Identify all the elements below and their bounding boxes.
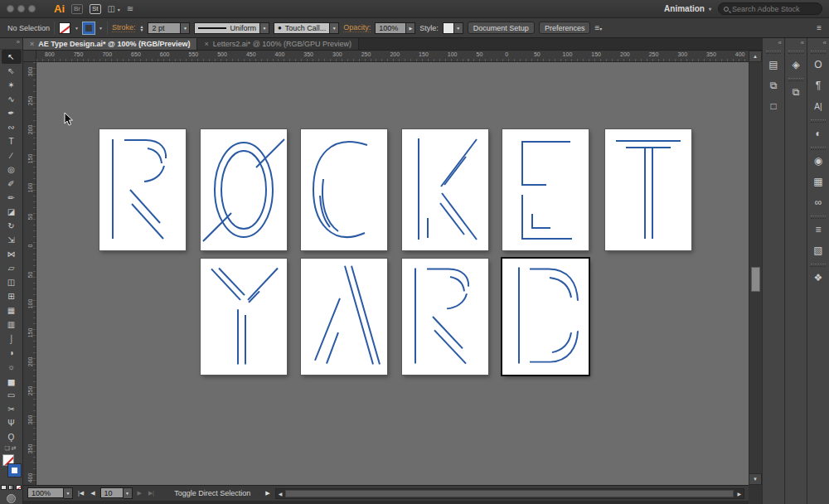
shape-builder-tool[interactable]: ◫ — [2, 275, 22, 289]
selection-options-icon[interactable]: ≡▾ — [594, 23, 602, 32]
panel-gripper[interactable] — [811, 216, 826, 219]
artboard-number-field[interactable]: 10 — [100, 487, 124, 498]
stroke-panel-icon[interactable]: ≡ — [809, 220, 827, 239]
panel-gripper[interactable] — [811, 119, 826, 123]
shape-tool[interactable]: ◎ — [2, 162, 22, 177]
opacity-dropdown[interactable]: ▶ — [406, 22, 415, 34]
chevron-down-icon[interactable]: ▼ — [99, 26, 103, 31]
artboard-tool[interactable]: ▭ — [2, 388, 22, 402]
first-artboard-button[interactable]: |◀ — [76, 490, 85, 497]
artboard-letter-t[interactable] — [605, 129, 691, 250]
free-transform-tool[interactable]: ▱ — [2, 261, 22, 275]
eyedropper-tool[interactable]: ⌡ — [2, 332, 22, 346]
chevron-down-icon[interactable]: ▼ — [75, 26, 79, 31]
column-graph-tool[interactable]: ▅ — [2, 374, 22, 388]
perspective-grid-tool[interactable]: ⊞ — [2, 289, 22, 303]
transform-panel-icon[interactable]: □ — [764, 97, 783, 115]
next-artboard-button[interactable]: ▶ — [136, 490, 143, 497]
gradient-panel-icon[interactable]: ▧ — [809, 241, 827, 259]
transparency-panel-icon[interactable]: ◐ — [809, 124, 827, 143]
artboard-letter-y[interactable] — [201, 259, 287, 375]
artboard-letter-a[interactable] — [301, 259, 387, 375]
style-swatch[interactable] — [443, 22, 454, 34]
gradient-button[interactable] — [8, 485, 14, 490]
status-menu-icon[interactable]: ▶ — [265, 490, 269, 497]
brush-definition-dropdown[interactable]: ▼ — [330, 22, 339, 34]
hand-tool[interactable]: Ψ — [2, 416, 22, 430]
artboard-letter-o[interactable] — [201, 129, 287, 250]
stroke-weight-stepper[interactable]: ▲▼ — [139, 25, 143, 32]
blend-tool[interactable]: ◑ — [2, 346, 22, 360]
panel-gripper[interactable] — [788, 51, 803, 54]
lasso-tool[interactable]: ∿ — [2, 92, 22, 106]
color-button[interactable] — [1, 485, 7, 490]
cc-libraries-panel-icon[interactable]: ∞ — [809, 193, 827, 211]
collapse-control-bar-icon[interactable]: ≡ — [817, 23, 822, 32]
panel-gripper[interactable] — [811, 264, 826, 267]
stroke-swatch[interactable] — [83, 22, 95, 34]
symbols-panel-icon[interactable]: ❖ — [809, 269, 827, 287]
panel-gripper[interactable] — [766, 51, 781, 54]
vertical-scroll-thumb[interactable] — [751, 267, 760, 292]
close-tab-icon[interactable]: × — [30, 40, 34, 48]
minimize-window-button[interactable] — [17, 5, 25, 12]
ruler-origin-corner[interactable] — [23, 51, 36, 62]
vertical-scrollbar[interactable] — [749, 62, 762, 473]
swap-fill-stroke-icon[interactable]: ⇄ — [12, 445, 18, 451]
document-tab[interactable]: ×Letters2.ai* @ 100% (RGB/GPU Preview) — [197, 38, 358, 50]
scroll-up-icon[interactable]: ▲ — [749, 51, 762, 62]
artboard-letter-d[interactable] — [502, 259, 589, 375]
appearance-panel-icon[interactable]: O — [809, 56, 827, 74]
opacity-panel-link[interactable]: Opacity: — [343, 23, 371, 32]
document-setup-button[interactable]: Document Setup — [468, 22, 535, 34]
close-window-button[interactable] — [7, 5, 14, 12]
stroke-weight-field[interactable]: 2 pt — [148, 22, 181, 34]
scroll-left-icon[interactable]: ◀ — [276, 491, 285, 497]
close-tab-icon[interactable]: × — [204, 40, 208, 48]
pages-panel-icon[interactable]: ⧉ — [787, 83, 805, 101]
scale-tool[interactable]: ⇲ — [2, 233, 22, 247]
panel-gripper[interactable] — [811, 147, 826, 150]
zoom-window-button[interactable] — [28, 5, 36, 12]
none-button[interactable] — [16, 485, 22, 490]
document-tab[interactable]: ×AE Type Design.ai* @ 100% (RGB/Preview) — [23, 38, 197, 50]
canvas[interactable] — [36, 62, 749, 485]
zoom-level-dropdown[interactable]: ▼ — [64, 487, 73, 499]
horizontal-scrollbar[interactable]: ◀ ▶ — [275, 488, 744, 499]
selection-tool[interactable]: ↖ — [2, 50, 22, 64]
collapse-tools-icon[interactable]: » — [0, 38, 22, 50]
stroke-color-swatch[interactable] — [8, 464, 21, 477]
collapse-dock-icon[interactable]: « — [807, 38, 829, 49]
symbol-sprayer-tool[interactable]: ☼ — [2, 360, 22, 374]
horizontal-scroll-thumb[interactable] — [285, 490, 734, 497]
collapse-dock-icon[interactable]: « — [785, 38, 807, 49]
touch-workspace-icon[interactable]: ≋ — [127, 4, 133, 13]
magic-wand-tool[interactable]: ✶ — [2, 78, 22, 92]
eraser-tool[interactable]: ◪ — [2, 205, 22, 219]
panel-gripper[interactable] — [811, 51, 826, 54]
direct-selection-tool[interactable]: ⇖ — [2, 64, 22, 78]
preferences-button[interactable]: Preferences — [539, 22, 591, 34]
color-panel-icon[interactable]: ◉ — [809, 152, 827, 170]
width-profile-dropdown[interactable]: ▼ — [260, 22, 269, 34]
last-artboard-button[interactable]: ▶| — [147, 490, 156, 497]
opacity-field[interactable]: 100% — [375, 22, 406, 34]
variable-width-profile-select[interactable]: Uniform — [194, 22, 260, 34]
artboard-letter-r[interactable] — [402, 259, 488, 375]
curvature-tool[interactable]: ∾ — [2, 120, 22, 134]
artboard-letter-r[interactable] — [99, 129, 186, 250]
stroke-weight-dropdown[interactable]: ▼ — [181, 22, 190, 34]
search-input[interactable]: Search Adobe Stock — [718, 2, 822, 15]
swatches-panel-icon[interactable]: ▦ — [809, 172, 827, 191]
stroke-panel-link[interactable]: Stroke: — [112, 23, 136, 32]
style-dropdown[interactable]: ▼ — [454, 22, 463, 34]
arrange-documents-icon[interactable]: ◫ ▾ — [108, 4, 120, 13]
gradient-tool[interactable]: ▥ — [2, 317, 22, 332]
previous-artboard-button[interactable]: ◀ — [89, 490, 96, 497]
paintbrush-tool[interactable]: ✐ — [2, 177, 22, 191]
type-tool[interactable]: T — [2, 134, 22, 148]
asset-export-panel-icon[interactable]: ▤ — [764, 56, 783, 74]
artboard-number-dropdown[interactable]: ▼ — [124, 487, 133, 499]
panel-gripper[interactable] — [788, 78, 803, 81]
line-segment-tool[interactable]: ∕ — [2, 148, 22, 162]
